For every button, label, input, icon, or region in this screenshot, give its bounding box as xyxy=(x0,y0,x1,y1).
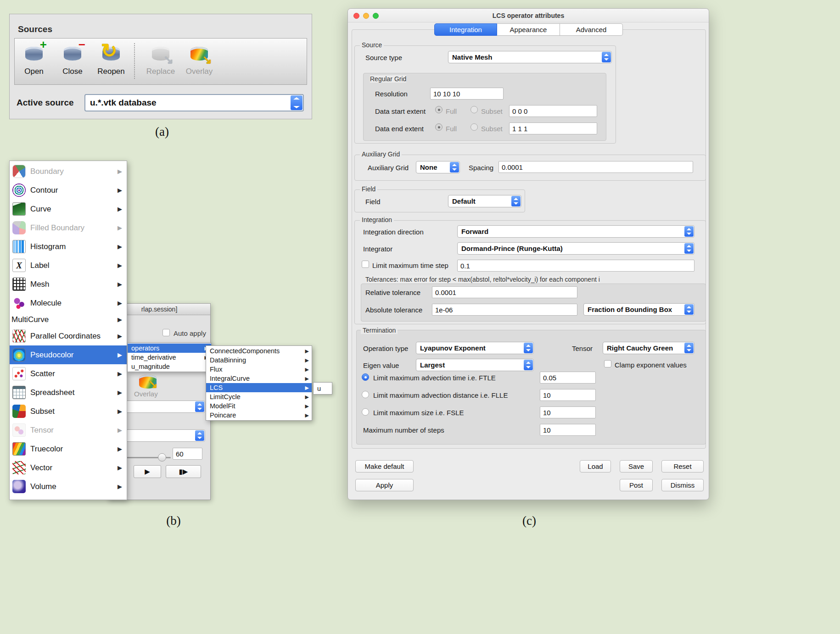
combo-stepper-icon[interactable] xyxy=(684,226,694,237)
step-forward-button[interactable]: ▮▶ xyxy=(166,465,201,478)
absolute-tolerance-field[interactable] xyxy=(432,304,577,316)
dialog-titlebar[interactable]: LCS operator attributes xyxy=(348,9,709,22)
menu-item-tensor[interactable]: Tensor ▶ xyxy=(10,421,127,439)
tab-integration[interactable]: Integration xyxy=(434,23,497,36)
start-subset-radio[interactable] xyxy=(470,106,478,113)
limit-advection-time-radio[interactable] xyxy=(362,373,369,381)
resolution-field[interactable] xyxy=(430,88,504,100)
source-type-select[interactable]: Native Mesh xyxy=(448,51,612,63)
menu-item-label-plot[interactable]: X Label ▶ xyxy=(10,256,127,275)
max-steps-field[interactable] xyxy=(540,424,596,436)
make-default-button[interactable]: Make default xyxy=(355,460,414,473)
menu-item-parallel-coordinates[interactable]: Parallel Coordinates ▶ xyxy=(10,327,127,345)
data-start-extent-field[interactable] xyxy=(509,105,597,117)
overlay-button[interactable]: ↘ Overlay xyxy=(180,39,218,76)
submenu-item-operators[interactable]: operators ▶ xyxy=(128,344,211,353)
combo-stepper-icon[interactable] xyxy=(684,243,694,254)
open-button[interactable]: + Open xyxy=(15,39,53,76)
combo-stepper-icon[interactable] xyxy=(195,401,204,412)
combo-stepper-icon[interactable] xyxy=(195,430,204,441)
operator-item-modelfit[interactable]: ModelFit ▶ xyxy=(206,401,312,411)
combo-stepper-icon[interactable] xyxy=(684,343,694,353)
variable-item-u[interactable]: u xyxy=(313,382,332,395)
menu-item-curve[interactable]: Curve ▶ xyxy=(10,200,127,218)
menu-item-histogram[interactable]: Histogram ▶ xyxy=(10,237,127,256)
limit-size-radio[interactable] xyxy=(362,408,369,416)
clamp-exponent-checkbox[interactable] xyxy=(604,360,611,367)
eigen-value-select[interactable]: Largest xyxy=(416,359,534,371)
fsle-field[interactable] xyxy=(540,406,596,418)
auxiliary-grid-select[interactable]: None xyxy=(416,161,460,173)
limit-advection-distance-radio[interactable] xyxy=(362,391,369,398)
combo-stepper-icon[interactable] xyxy=(291,95,302,110)
relative-tolerance-field[interactable] xyxy=(432,286,577,298)
data-end-extent-field[interactable] xyxy=(509,122,597,134)
close-button[interactable]: − Close xyxy=(53,39,92,76)
operator-item-lcs[interactable]: LCS ▶ xyxy=(206,383,312,392)
menu-item-filled-boundary[interactable]: Filled Boundary ▶ xyxy=(10,218,127,237)
integration-direction-label: Integration direction xyxy=(363,228,424,236)
menu-item-multicurve[interactable]: MultiCurve ▶ xyxy=(10,312,127,327)
post-button[interactable]: Post xyxy=(620,479,653,491)
operator-item-limitcycle[interactable]: LimitCycle ▶ xyxy=(206,392,312,401)
reopen-button[interactable]: ↻ Reopen xyxy=(92,39,130,76)
menu-item-pseudocolor[interactable]: Pseudocolor ▶ xyxy=(10,345,127,364)
ftle-field[interactable] xyxy=(540,372,596,384)
submenu-arrow-icon: ▶ xyxy=(118,316,122,323)
slider-value-field[interactable] xyxy=(173,448,202,460)
limit-max-time-step-field[interactable] xyxy=(457,260,694,272)
overlay-icon[interactable]: ↘ xyxy=(137,370,156,389)
combo-stepper-icon[interactable] xyxy=(524,343,533,353)
integration-direction-select[interactable]: Forward xyxy=(457,225,694,238)
dismiss-button[interactable]: Dismiss xyxy=(661,479,704,491)
close-window-icon[interactable] xyxy=(353,13,359,19)
tab-appearance[interactable]: Appearance xyxy=(497,23,560,36)
menu-item-mesh[interactable]: Mesh ▶ xyxy=(10,275,127,294)
save-button[interactable]: Save xyxy=(620,460,653,473)
submenu-item-time-derivative[interactable]: time_derivative ▶ xyxy=(128,353,211,362)
operator-item-databinning[interactable]: DataBinning ▶ xyxy=(206,356,312,365)
menu-item-vector[interactable]: Vector ▶ xyxy=(10,458,127,477)
zoom-window-icon[interactable] xyxy=(373,13,379,19)
menu-item-boundary[interactable]: Boundary ▶ xyxy=(10,162,127,181)
operator-item-flux[interactable]: Flux ▶ xyxy=(206,365,312,374)
operator-item-connectedcomponents[interactable]: ConnectedComponents ▶ xyxy=(206,346,312,356)
combo-stepper-icon[interactable] xyxy=(602,52,611,62)
flle-field[interactable] xyxy=(540,389,596,401)
menu-item-spreadsheet[interactable]: Spreadsheet ▶ xyxy=(10,383,127,402)
combo-stepper-icon[interactable] xyxy=(450,162,459,172)
menu-item-contour[interactable]: Contour ▶ xyxy=(10,181,127,200)
spacing-field[interactable] xyxy=(498,161,693,173)
menu-item-volume[interactable]: Volume ▶ xyxy=(10,477,127,496)
sources-panel-title: Sources xyxy=(18,24,52,34)
limit-max-time-step-checkbox[interactable] xyxy=(362,261,369,268)
end-full-radio[interactable] xyxy=(435,123,442,131)
operator-item-poincare[interactable]: Poincare ▶ xyxy=(206,411,312,420)
integrator-select[interactable]: Dormand-Prince (Runge-Kutta) xyxy=(457,242,694,255)
absolute-tolerance-mode-select[interactable]: Fraction of Bounding Box xyxy=(583,303,694,316)
start-full-radio[interactable] xyxy=(435,106,442,113)
active-source-select[interactable]: u.*.vtk database xyxy=(84,94,304,111)
minimize-window-icon[interactable] xyxy=(363,13,369,19)
menu-item-scatter[interactable]: Scatter ▶ xyxy=(10,364,127,383)
end-subset-radio[interactable] xyxy=(470,123,478,131)
menu-item-truecolor[interactable]: Truecolor ▶ xyxy=(10,439,127,458)
submenu-item-u-magnitude[interactable]: u_magnitude xyxy=(128,362,211,371)
load-button[interactable]: Load xyxy=(580,460,611,473)
tab-advanced[interactable]: Advanced xyxy=(560,23,623,36)
operation-type-select[interactable]: Lyapunov Exponent xyxy=(416,342,534,354)
auto-apply-checkbox[interactable] xyxy=(162,329,170,336)
tensor-select[interactable]: Right Cauchy Green xyxy=(603,342,694,354)
combo-stepper-icon[interactable] xyxy=(684,304,694,315)
menu-item-subset[interactable]: Subset ▶ xyxy=(10,402,127,421)
operator-item-integralcurve[interactable]: IntegralCurve ▶ xyxy=(206,374,312,383)
menu-item-molecule[interactable]: Molecule ▶ xyxy=(10,294,127,312)
combo-stepper-icon[interactable] xyxy=(524,360,533,370)
apply-button[interactable]: Apply xyxy=(355,479,414,491)
play-button[interactable]: ▶ xyxy=(134,465,161,478)
reset-button[interactable]: Reset xyxy=(661,460,704,473)
opacity-slider-knob[interactable] xyxy=(158,453,166,462)
replace-button[interactable]: ↘ Replace xyxy=(141,39,180,76)
combo-stepper-icon[interactable] xyxy=(511,196,521,206)
field-select[interactable]: Default xyxy=(448,195,521,207)
